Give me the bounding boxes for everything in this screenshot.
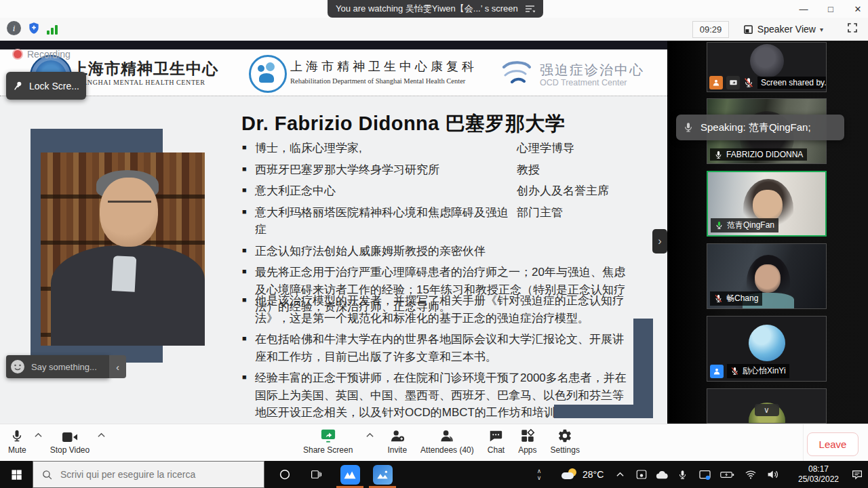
- weather-icon: [561, 468, 578, 481]
- mic-icon: [10, 428, 24, 443]
- speaking-toast-text: Speaking: 范青QingFan;: [701, 121, 811, 134]
- cortana-icon: [279, 468, 291, 481]
- stop-video-label: Stop Video: [50, 445, 90, 455]
- close-button[interactable]: ✕: [852, 4, 864, 14]
- security-shield-icon[interactable]: [27, 21, 41, 35]
- battery-charging-icon[interactable]: [717, 461, 738, 488]
- leave-button[interactable]: Leave: [807, 432, 859, 456]
- share-screen-button[interactable]: Share Screen: [303, 428, 353, 455]
- meeting-info-icon[interactable]: i: [7, 21, 21, 35]
- participant-name-label: 范青QingFan: [711, 218, 778, 232]
- volume-icon[interactable]: [762, 461, 784, 488]
- onedrive-cloud-icon[interactable]: [652, 461, 671, 488]
- view-mode-button[interactable]: Speaker View ▾: [743, 20, 823, 38]
- participant-tile[interactable]: 畅Chang: [707, 243, 827, 309]
- muted-mic-icon: [714, 294, 723, 303]
- maximize-button[interactable]: □: [825, 4, 837, 14]
- taskbar-weather[interactable]: 28°C: [561, 461, 604, 488]
- participant-name: 畅Chang: [726, 293, 758, 304]
- wifi-icon[interactable]: [741, 461, 761, 488]
- mute-options-caret[interactable]: [35, 428, 42, 438]
- tray-expand-button[interactable]: [610, 461, 629, 488]
- settings-button[interactable]: Settings: [551, 428, 580, 455]
- participant-badge-icon: [710, 365, 724, 378]
- reaction-input[interactable]: Say something...: [6, 355, 109, 378]
- avatar: [750, 44, 784, 78]
- lock-share-button[interactable]: Lock Scre...: [6, 72, 86, 100]
- participant-name: Screen shared by...: [757, 77, 827, 89]
- smiley-icon: [9, 359, 26, 375]
- participant-tile[interactable]: ∨: [707, 388, 827, 424]
- tray-scroll-arrows[interactable]: ∧∨: [532, 461, 547, 488]
- speaker-view-icon: [743, 24, 753, 35]
- recording-indicator: Recording: [14, 49, 71, 60]
- attendees-button[interactable]: Attendees (40): [420, 428, 474, 455]
- recording-label: Recording: [27, 49, 71, 60]
- cortana-button[interactable]: [270, 461, 300, 488]
- clock-date: 25/03/2022: [798, 474, 839, 485]
- tray-mic-icon[interactable]: [673, 461, 692, 488]
- watching-text: You are watching 吴怡雯Yiwen【会...’ s screen: [336, 3, 518, 15]
- meet-now-icon[interactable]: [632, 461, 651, 488]
- stop-video-button[interactable]: Stop Video: [50, 428, 90, 455]
- participant-tile[interactable]: 范青QingFan: [707, 171, 827, 237]
- apps-button[interactable]: Apps: [518, 428, 536, 455]
- task-view-button[interactable]: [301, 461, 331, 488]
- list-item: ■他是该治疗模型的开发者，并撰写了相关手册《针对强迫症的正念认知疗法》，这是第一…: [242, 292, 633, 327]
- list-item: ■西班牙巴塞罗那大学终身学习研究所教授: [242, 161, 633, 179]
- search-icon: [41, 469, 53, 481]
- participant-name-label: FABRIZIO DIDONNA: [710, 148, 807, 161]
- mute-button[interactable]: Mute: [8, 428, 26, 455]
- mute-label: Mute: [8, 445, 26, 455]
- watching-banner[interactable]: You are watching 吴怡雯Yiwen【会...’ s screen: [328, 0, 543, 18]
- meeting-toolbar: i 09:29 Speaker View ▾: [0, 18, 868, 41]
- action-center-icon: [851, 469, 863, 481]
- muted-mic-icon: [730, 367, 739, 375]
- chat-icon: [488, 428, 503, 443]
- chat-label: Chat: [488, 445, 505, 455]
- apps-icon: [520, 428, 535, 443]
- invite-label: Invite: [387, 445, 407, 455]
- view-mode-label: Speaker View: [757, 24, 816, 35]
- invite-button[interactable]: Invite: [387, 428, 407, 455]
- org2-name-en: Rehabilitation Department of Shanghai Me…: [290, 77, 465, 85]
- taskbar-clock[interactable]: 08:17 25/03/2022: [792, 461, 845, 488]
- windows-taskbar: ∧∨ 28°C: [0, 461, 868, 488]
- screen-share-badge-icon: [726, 76, 740, 89]
- rehab-dept-logo: [249, 55, 287, 93]
- taskbar-app-photos[interactable]: [366, 461, 399, 488]
- banner-options-icon[interactable]: [525, 5, 535, 13]
- sidebar-expand-handle[interactable]: ›: [652, 229, 667, 253]
- share-options-caret[interactable]: [366, 428, 374, 438]
- search-input[interactable]: [59, 468, 245, 481]
- fullscreen-button[interactable]: [846, 22, 859, 34]
- apps-label: Apps: [518, 445, 536, 455]
- org1-name-cn: 上海市精神卫生中心: [72, 58, 218, 79]
- taskbar-search[interactable]: [33, 461, 264, 488]
- participant-tile[interactable]: Screen shared by...: [707, 42, 827, 92]
- zoom-app-icon: [340, 465, 360, 485]
- participant-name-label: 畅Chang: [710, 291, 762, 306]
- chat-button[interactable]: Chat: [488, 428, 505, 455]
- video-options-caret[interactable]: [98, 428, 105, 438]
- list-item: ■博士，临床心理学家,心理学博导: [242, 140, 633, 157]
- invite-icon: [389, 428, 406, 443]
- start-button[interactable]: [0, 461, 33, 488]
- pin-icon: [13, 81, 24, 92]
- cast-display-icon[interactable]: [694, 461, 715, 488]
- speaking-toast: Speaking: 范青QingFan;: [676, 115, 844, 140]
- camera-icon: [62, 428, 78, 443]
- slide-accent-vertical-bar: [633, 319, 653, 418]
- share-banner-bar: You are watching 吴怡雯Yiwen【会...’ s screen…: [0, 0, 868, 18]
- minimize-button[interactable]: —: [797, 4, 810, 14]
- collapse-tiles-button[interactable]: ∨: [755, 404, 779, 416]
- org2-name-cn: 上海市精神卫生中心康复科: [290, 58, 477, 75]
- taskbar-app-zoom[interactable]: [334, 461, 366, 488]
- slide-header: 上海市精神卫生中心 SHANGHAI MENTAL HEALTH CENTER …: [0, 49, 667, 96]
- shared-screen-area: 上海市精神卫生中心 SHANGHAI MENTAL HEALTH CENTER …: [0, 41, 667, 424]
- action-center-button[interactable]: [846, 461, 868, 488]
- zoom-meeting-window: You are watching 吴怡雯Yiwen【会...’ s screen…: [0, 0, 868, 488]
- reaction-collapse-button[interactable]: ‹: [109, 355, 126, 378]
- settings-label: Settings: [551, 445, 580, 455]
- participant-tile[interactable]: 励心怡XinYi: [707, 316, 827, 382]
